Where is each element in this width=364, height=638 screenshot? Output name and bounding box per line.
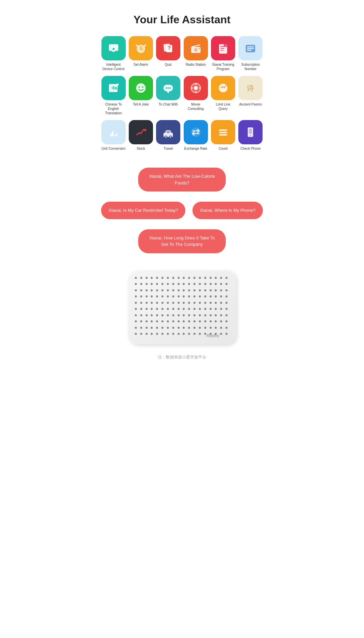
speaker-dot	[172, 308, 174, 310]
speaker-dot	[210, 314, 212, 316]
speaker-dot	[151, 289, 153, 291]
speaker-device: Redmi	[128, 270, 236, 344]
chat-section: Xiaoai, What Are The Low-Calorie Foods? …	[91, 161, 273, 260]
speaker-dot	[151, 295, 153, 297]
speaker-dot	[199, 314, 201, 316]
speaker-dot	[151, 283, 153, 285]
bubble-row-2: Xiaoai, Is My Car Restricted Today? Xiao…	[101, 202, 263, 219]
svg-marker-47	[114, 132, 118, 136]
app-grid: Intelligent Device Control Set Alarm ?	[91, 36, 273, 161]
speaker-dot	[146, 333, 148, 335]
speaker-dot	[199, 327, 201, 329]
app-item-unit[interactable]: Unit Conversion	[101, 120, 126, 151]
app-item-count[interactable]: Count	[211, 120, 235, 151]
speaker-dot	[188, 277, 190, 279]
speaker-dot	[135, 289, 137, 291]
app-label-count: Count	[219, 146, 228, 151]
chat-bubble-3: Xiaoai, Where Is My Phone?	[192, 202, 263, 219]
speaker-dot	[167, 302, 169, 304]
app-icon-translate: 中 A	[101, 76, 126, 100]
page-title: Your Life Assistant	[91, 0, 273, 36]
speaker-dot	[146, 314, 148, 316]
app-item-exchange[interactable]: Exchange Rate	[183, 120, 208, 151]
speaker-dot	[172, 295, 174, 297]
app-label-poem: Ancient Poems	[239, 102, 262, 107]
svg-point-50	[165, 136, 166, 138]
speaker-dot	[178, 314, 180, 316]
speaker-dot	[210, 308, 212, 310]
speaker-dot	[199, 295, 201, 297]
speaker-dot	[193, 289, 195, 291]
speaker-dot	[183, 314, 185, 316]
speaker-dot	[161, 302, 163, 304]
speaker-dot	[172, 320, 174, 322]
speaker-dot	[135, 333, 137, 335]
app-item-quiz[interactable]: ? Quiz	[156, 36, 181, 71]
speaker-dot	[220, 333, 222, 335]
speaker-dot	[215, 320, 217, 322]
speaker-dot	[161, 327, 163, 329]
svg-point-7	[140, 49, 141, 50]
svg-point-13	[195, 49, 196, 51]
app-icon-phone	[238, 120, 263, 144]
speaker-dot	[215, 295, 217, 297]
app-item-stock[interactable]: Stock	[128, 120, 153, 151]
app-label-alarm: Set Alarm	[133, 62, 148, 67]
speaker-dot	[167, 277, 169, 279]
app-icon-exchange	[184, 120, 208, 144]
app-item-training[interactable]: 小 Xiaoai Training Program	[211, 36, 235, 71]
speaker-dot	[151, 327, 153, 329]
app-item-movie[interactable]: Movie Consulting	[183, 76, 208, 115]
speaker-dot	[167, 314, 169, 316]
app-item-limit[interactable]: Limit Line Query	[211, 76, 235, 115]
app-item-joke[interactable]: Tell A Joke	[128, 76, 153, 115]
svg-text:诗: 诗	[247, 84, 254, 92]
speaker-dot	[225, 289, 228, 291]
speaker-dot	[156, 289, 158, 291]
speaker-dot	[199, 283, 201, 285]
app-item-poem[interactable]: 诗 Ancient Poems	[238, 76, 263, 115]
speaker-dot	[220, 320, 222, 322]
app-item-translate[interactable]: 中 A Chinese To English Translation	[101, 76, 126, 115]
app-item-subscription[interactable]: Subscription Number	[238, 36, 263, 71]
speaker-dot	[215, 302, 217, 304]
speaker-dot	[167, 327, 169, 329]
app-item-radio[interactable]: Radio Station	[183, 36, 208, 71]
speaker-dot	[183, 295, 185, 297]
speaker-dot	[161, 314, 163, 316]
svg-marker-46	[110, 130, 114, 136]
speaker-dot	[156, 314, 158, 316]
speaker-dot	[178, 277, 180, 279]
speaker-dot	[178, 333, 180, 335]
speaker-dot	[135, 320, 137, 322]
speaker-dot	[225, 320, 228, 322]
app-item-travel[interactable]: Travel	[156, 120, 181, 151]
speaker-dot	[193, 327, 195, 329]
speaker-dot	[167, 308, 169, 310]
app-label-joke: Tell A Joke	[133, 102, 149, 107]
svg-rect-59	[249, 128, 252, 134]
speaker-dot	[188, 289, 190, 291]
speaker-dot	[167, 289, 169, 291]
speaker-dot	[172, 277, 174, 279]
speaker-dot	[151, 320, 153, 322]
bubble-row-3: Xiaoai, How Long Does It Take To Get To …	[101, 229, 263, 253]
speaker-dot	[225, 327, 228, 329]
speaker-dots-grid	[128, 270, 236, 344]
svg-point-42	[199, 87, 201, 89]
speaker-dot	[204, 295, 206, 297]
speaker-dot	[156, 308, 158, 310]
svg-rect-14	[199, 48, 200, 49]
chat-bubble-4: Xiaoai, How Long Does It Take To Get To …	[138, 229, 226, 253]
svg-point-41	[191, 87, 192, 89]
app-icon-travel	[156, 120, 180, 144]
app-item-alarm[interactable]: Set Alarm	[128, 36, 153, 71]
app-icon-unit	[101, 120, 126, 144]
speaker-dot	[193, 302, 195, 304]
app-item-chat[interactable]: To Chat With	[156, 76, 181, 115]
app-item-phone[interactable]: Check Phone	[238, 120, 263, 151]
speaker-dot	[220, 295, 222, 297]
speaker-dot	[161, 283, 163, 285]
app-item-device[interactable]: Intelligent Device Control	[101, 36, 126, 71]
speaker-dot	[215, 283, 217, 285]
